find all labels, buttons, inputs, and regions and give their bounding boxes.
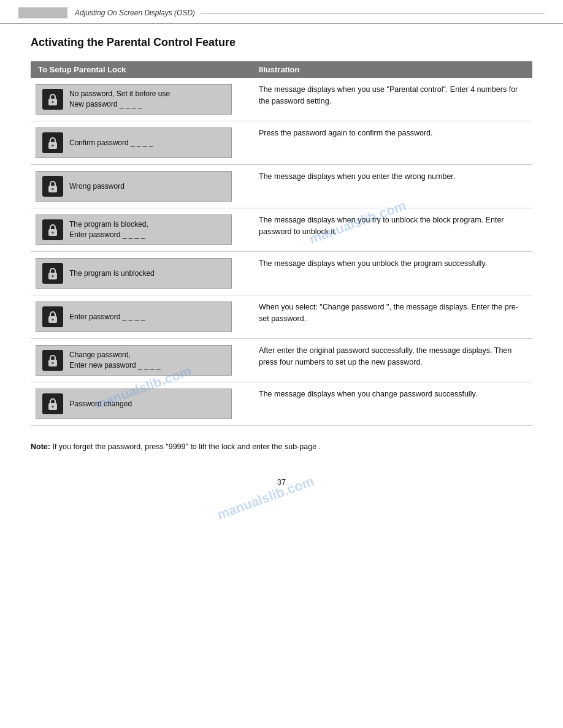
col-right-header-container: Illustration	[251, 61, 532, 78]
lock-icon-5	[42, 306, 63, 327]
svg-point-13	[52, 362, 54, 365]
lock-svg-4	[47, 267, 59, 280]
table-row: No password, Set it before use New passw…	[31, 78, 532, 121]
osd-text-2: Wrong password	[69, 181, 124, 192]
lock-svg-6	[47, 354, 59, 367]
note-section: Note: If you forget the password, press …	[31, 441, 532, 453]
note-label: Note:	[31, 442, 50, 451]
osd-text-5: Enter password _ _ _ _	[69, 312, 145, 322]
col-left-header: To Setup Parental Lock	[31, 61, 251, 78]
left-cell-1: Confirm password _ _ _ _	[31, 121, 251, 164]
table-header-row: To Setup Parental Lock Illustration	[31, 61, 532, 78]
right-cell-1: Press the password again to confirm the …	[251, 121, 532, 164]
svg-point-15	[52, 406, 54, 408]
parental-control-table: To Setup Parental Lock Illustration	[31, 61, 532, 426]
lock-icon-6	[42, 350, 63, 371]
table-row: The program is unblocked The message dis…	[31, 252, 532, 295]
osd-box-3: The program is blocked, Enter password _…	[36, 214, 232, 245]
left-cell-0: No password, Set it before use New passw…	[31, 78, 251, 121]
right-cell-4: The message displays when you unblock th…	[251, 252, 532, 295]
right-cell-0: The message displays when you use "Paren…	[251, 78, 532, 121]
left-cell-4: The program is unblocked	[31, 252, 251, 295]
lock-icon-0	[42, 89, 63, 110]
lock-svg-2	[47, 180, 59, 193]
left-cell-3: The program is blocked, Enter password _…	[31, 208, 251, 251]
osd-box-6: Change password, Enter new password _ _ …	[36, 345, 232, 376]
right-cell-7: The message displays when you change pas…	[251, 382, 532, 425]
page-content: Activating the Parental Control Feature …	[0, 36, 563, 487]
left-cell-6: Change password, Enter new password _ _ …	[31, 339, 251, 382]
lock-icon-2	[42, 176, 63, 197]
right-cell-6: After enter the original password succes…	[251, 339, 532, 382]
svg-point-9	[52, 275, 54, 278]
page-number: 37	[31, 477, 532, 487]
right-cell-3: The message displays when you try to unb…	[251, 208, 532, 251]
svg-point-3	[52, 145, 54, 147]
header-title: Adjusting On Screen Displays (OSD)	[75, 9, 195, 17]
lock-svg-0	[47, 93, 59, 106]
lock-svg-1	[47, 136, 59, 150]
svg-point-5	[52, 188, 54, 191]
lock-svg-5	[47, 310, 59, 324]
lock-icon-3	[42, 219, 63, 240]
svg-point-7	[52, 232, 54, 234]
svg-point-1	[52, 101, 54, 104]
right-cell-2: The message displays when you enter the …	[251, 165, 532, 208]
table-row: Password changed The message displays wh…	[31, 382, 532, 426]
osd-text-3: The program is blocked, Enter password _…	[69, 219, 148, 240]
osd-box-1: Confirm password _ _ _ _	[36, 127, 232, 158]
osd-box-5: Enter password _ _ _ _	[36, 301, 232, 332]
left-cell-5: Enter password _ _ _ _	[31, 295, 251, 338]
lock-icon-4	[42, 263, 63, 284]
header-line	[201, 13, 545, 13]
osd-text-4: The program is unblocked	[69, 268, 155, 279]
col-right-header: Illustration	[251, 61, 532, 78]
table-row: Confirm password _ _ _ _ Press the passw…	[31, 121, 532, 165]
left-cell-7: Password changed	[31, 382, 251, 425]
table-row: Enter password _ _ _ _ When you select: …	[31, 295, 532, 339]
svg-point-11	[52, 319, 54, 321]
table-row: Wrong password The message displays when…	[31, 165, 532, 208]
right-cell-5: When you select: "Change password ", the…	[251, 295, 532, 338]
osd-box-2: Wrong password	[36, 171, 232, 202]
lock-icon-1	[42, 132, 63, 153]
section-title: Activating the Parental Control Feature	[31, 36, 532, 49]
lock-icon-7	[42, 393, 63, 414]
osd-box-7: Password changed	[36, 389, 232, 419]
osd-box-4: The program is unblocked	[36, 258, 232, 289]
note-text: If you forget the password, press "9999"…	[50, 442, 321, 451]
lock-svg-3	[47, 223, 59, 237]
left-cell-2: Wrong password	[31, 165, 251, 208]
osd-text-1: Confirm password _ _ _ _	[69, 138, 153, 148]
osd-text-6: Change password, Enter new password _ _ …	[69, 350, 161, 371]
lock-svg-7	[47, 397, 59, 411]
osd-text-7: Password changed	[69, 399, 132, 409]
table-row: The program is blocked, Enter password _…	[31, 208, 532, 252]
table-row: Change password, Enter new password _ _ …	[31, 339, 532, 382]
col-left-header-container: To Setup Parental Lock	[31, 61, 251, 78]
osd-box-0: No password, Set it before use New passw…	[36, 84, 232, 115]
page-header: Adjusting On Screen Displays (OSD)	[0, 0, 563, 24]
header-bg-block	[18, 7, 67, 18]
osd-text-0: No password, Set it before use New passw…	[69, 89, 170, 110]
